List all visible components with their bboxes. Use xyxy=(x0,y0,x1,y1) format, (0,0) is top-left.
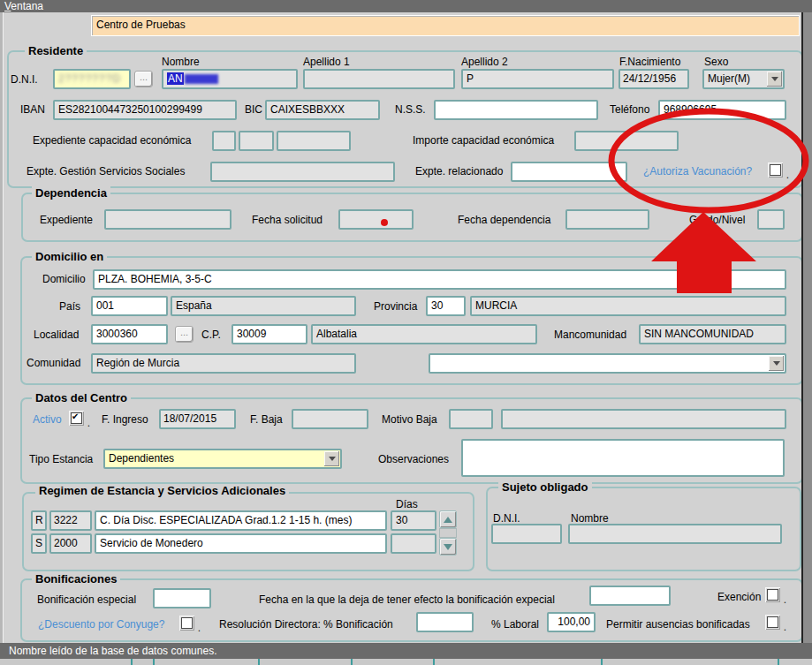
exencion-label: Exención xyxy=(717,591,761,603)
nss-field[interactable] xyxy=(434,100,598,120)
iban-field[interactable]: ES2821004473250100299499 xyxy=(53,100,237,120)
regimen-row-tipo[interactable]: S xyxy=(31,533,47,554)
fecha-solicitud-field[interactable] xyxy=(338,209,414,230)
activo-checkbox[interactable] xyxy=(69,411,84,426)
activo-link[interactable]: Activo xyxy=(33,413,62,426)
autoriza-vacunacion-checkbox[interactable] xyxy=(768,162,783,178)
regimen-row-dias[interactable] xyxy=(391,533,436,554)
comunidad-field[interactable]: Región de Murcia xyxy=(91,353,356,374)
redacted-dni-value: 2???????D xyxy=(58,72,121,85)
domicilio-label: Domicilio xyxy=(42,273,86,285)
sexo-combobox[interactable]: Mujer(M) xyxy=(702,69,785,89)
autoriza-vacunacion-link[interactable]: ¿Autoriza Vacunación? xyxy=(643,165,752,178)
scroll-down-button[interactable] xyxy=(439,538,457,555)
pais-codigo-field[interactable]: 001 xyxy=(91,296,168,316)
bonificacion-especial-field[interactable] xyxy=(153,588,211,608)
fecha-efecto-field[interactable] xyxy=(589,586,671,606)
telefono-field[interactable]: 968906695 xyxy=(658,100,786,120)
comunidad-combobox[interactable] xyxy=(429,353,786,374)
telefono-label: Teléfono xyxy=(610,103,649,116)
pais-nombre-field[interactable]: España xyxy=(171,296,356,316)
permitir-ausencias-checkbox[interactable] xyxy=(765,615,780,630)
motivo-baja-codigo-field[interactable] xyxy=(449,409,493,429)
nss-label: N.S.S. xyxy=(395,103,426,116)
observaciones-field[interactable] xyxy=(461,439,785,477)
mancomunidad-field[interactable]: SIN MANCOMUNIDAD xyxy=(639,324,786,344)
provincia-codigo-field[interactable]: 30 xyxy=(426,296,466,316)
menu-ventana[interactable]: Ventana xyxy=(4,1,43,12)
dni-lov-button[interactable]: ... xyxy=(134,71,153,87)
fnacimiento-field[interactable]: 24/12/1956 xyxy=(618,69,689,89)
expte-relacionado-field[interactable] xyxy=(511,162,627,182)
grado-nivel-label: Grado/Nivel xyxy=(689,214,745,226)
regimen-row-dias[interactable]: 30 xyxy=(391,510,436,531)
dni-label: D.N.I. xyxy=(11,73,38,86)
dependencia-group-title: Dependencia xyxy=(32,186,110,200)
importe-capacidad-label: Importe capacidad económica xyxy=(413,134,554,147)
regimen-row-codigo[interactable]: 3222 xyxy=(49,510,92,531)
console-divider xyxy=(601,659,603,665)
sujeto-nombre-field[interactable] xyxy=(568,524,782,544)
chevron-down-icon xyxy=(444,544,452,550)
sujeto-dni-label: D.N.I. xyxy=(493,512,520,525)
tipo-estancia-label: Tipo Estancia xyxy=(29,453,93,465)
regimen-row-descripcion[interactable]: Servicio de Monedero xyxy=(95,533,387,554)
descuento-conyuge-link[interactable]: ¿Descuento por Conyuge? xyxy=(38,618,164,631)
motivo-baja-label: Motivo Baja xyxy=(382,413,437,426)
expediente-capacidad-field-3[interactable] xyxy=(277,131,351,151)
localidad-lov-button[interactable]: ... xyxy=(175,326,194,343)
localidad-nombre-field[interactable]: Albatalia xyxy=(311,324,537,344)
scrollbar-track[interactable] xyxy=(439,528,457,538)
sujeto-dni-field[interactable] xyxy=(491,524,562,544)
chevron-down-icon xyxy=(771,77,778,81)
tipo-estancia-dropdown-button[interactable] xyxy=(324,451,339,466)
regimen-group-title: Regimen de Estancia y Servicios Adiciona… xyxy=(35,484,289,497)
laboral-field[interactable]: 100,00 xyxy=(547,612,596,632)
motivo-baja-descripcion-field[interactable] xyxy=(501,409,786,429)
fecha-solicitud-label: Fecha solicitud xyxy=(252,214,323,226)
tipo-estancia-value: Dependientes xyxy=(109,452,174,465)
console-divider xyxy=(778,659,779,665)
sujeto-obligado-group-title: Sujeto obligado xyxy=(498,480,592,494)
expte-gestion-field[interactable] xyxy=(210,162,395,182)
exencion-checkbox[interactable] xyxy=(765,587,780,602)
f-baja-field[interactable] xyxy=(292,409,368,429)
resolucion-bonificacion-field[interactable] xyxy=(416,612,474,632)
grado-nivel-field[interactable] xyxy=(757,209,785,230)
expediente-capacidad-field-1[interactable] xyxy=(212,131,236,151)
centro-title-field[interactable]: Centro de Pruebas xyxy=(91,15,800,36)
dni-field[interactable]: 2???????D xyxy=(53,69,131,89)
mancomunidad-label: Mancomunidad xyxy=(554,329,626,341)
f-ingreso-field[interactable]: 18/07/2015 xyxy=(159,409,236,429)
comunidad-dropdown-button[interactable] xyxy=(769,356,784,371)
apellido1-field[interactable] xyxy=(303,69,455,89)
provincia-nombre-field[interactable]: MURCIA xyxy=(470,296,786,316)
console-divider xyxy=(131,659,133,665)
regimen-row-codigo[interactable]: 2000 xyxy=(49,533,92,554)
expediente-capacidad-field-2[interactable] xyxy=(239,131,274,151)
regimen-row-descripcion[interactable]: C. Día Disc. ESPECIALIZADA Grad.1.2 1-15… xyxy=(95,510,387,531)
descuento-conyuge-checkbox[interactable] xyxy=(179,616,194,631)
provincia-label: Provincia xyxy=(374,300,417,313)
dependencia-expediente-field[interactable] xyxy=(104,209,231,230)
localidad-codigo-field[interactable]: 3000360 xyxy=(91,324,168,344)
comunidad-label: Comunidad xyxy=(27,357,80,369)
iban-label: IBAN xyxy=(20,103,45,116)
status-bar: Nombre leído de la base de datos comunes… xyxy=(0,643,812,659)
regimen-row-tipo[interactable]: R xyxy=(31,510,47,531)
nombre-selected-text: AN xyxy=(167,72,184,85)
domicilio-field[interactable]: PLZA. BOHEMIA, 3-5-C xyxy=(93,269,786,290)
bic-field[interactable]: CAIXESBBXXX xyxy=(265,100,380,120)
importe-capacidad-field[interactable] xyxy=(574,131,679,151)
dias-column-header: Días xyxy=(396,498,418,510)
apellido2-field[interactable]: P xyxy=(461,69,614,89)
tipo-estancia-combobox[interactable]: Dependientes xyxy=(103,449,342,469)
console-divider xyxy=(153,659,155,665)
residente-group-title: Residente xyxy=(25,44,87,57)
chevron-down-icon xyxy=(773,361,780,366)
fecha-dependencia-field[interactable] xyxy=(565,209,649,230)
scroll-up-button[interactable] xyxy=(439,510,457,528)
nombre-field[interactable]: AN xyxy=(162,69,298,89)
sexo-dropdown-button[interactable] xyxy=(767,72,782,87)
cp-field[interactable]: 30009 xyxy=(231,324,307,344)
